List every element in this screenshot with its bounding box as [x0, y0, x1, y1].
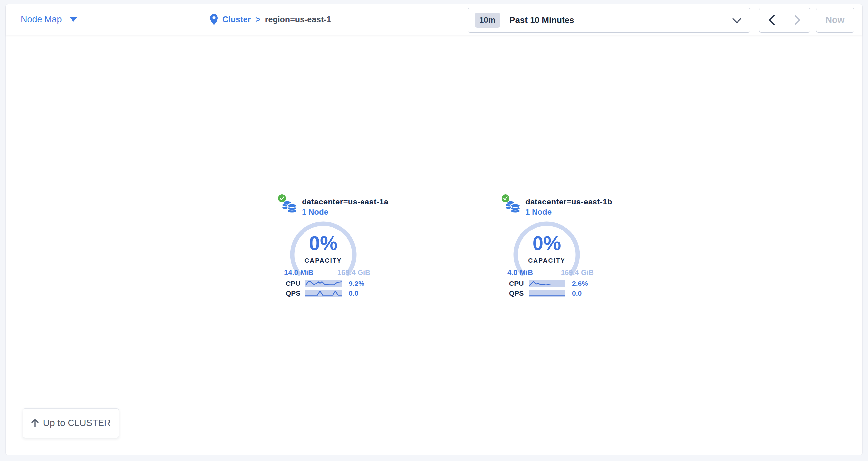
qps-sparkline: [305, 290, 342, 297]
cpu-label: CPU: [286, 279, 305, 288]
capacity-total: 169.4 GiB: [337, 268, 370, 277]
datacenter-node-count: 1 Node: [302, 207, 328, 217]
capacity-gauge-arc: [513, 221, 581, 289]
cpu-value: 2.6%: [572, 279, 588, 288]
datacenter-us-east-1a[interactable]: datacenter=us-east-1a 1 Node 0% CAPACITY…: [277, 193, 376, 305]
qps-value: 0.0: [572, 290, 582, 297]
time-window-dropdown[interactable]: 10m Past 10 Minutes: [468, 7, 750, 33]
cpu-label: CPU: [509, 279, 529, 288]
capacity-gauge-arc: [289, 221, 357, 289]
time-nav-button-group: [759, 7, 810, 33]
qps-label: QPS: [286, 290, 305, 297]
breadcrumb-current: region=us-east-1: [265, 15, 331, 24]
now-button[interactable]: Now: [816, 7, 854, 33]
arrow-up-icon: [31, 419, 39, 427]
breadcrumb: Cluster > region=us-east-1: [210, 4, 331, 35]
capacity-percentage: 0%: [513, 233, 581, 253]
chevron-left-icon: [769, 15, 775, 25]
time-window-badge: 10m: [474, 12, 500, 28]
capacity-used: 4.0 MiB: [507, 268, 533, 277]
status-ok-icon: [501, 194, 510, 203]
time-prev-button[interactable]: [759, 8, 785, 32]
up-to-cluster-button[interactable]: Up to CLUSTER: [23, 408, 119, 438]
cpu-value: 9.2%: [349, 279, 365, 288]
cpu-sparkline: [529, 280, 565, 287]
capacity-percentage: 0%: [289, 233, 357, 253]
status-ok-icon: [277, 194, 287, 203]
time-window-label: Past 10 Minutes: [509, 15, 575, 25]
capacity-label: CAPACITY: [289, 257, 357, 264]
capacity-label: CAPACITY: [513, 257, 581, 264]
view-mode-label: Node Map: [21, 14, 62, 25]
location-pin-icon: [210, 14, 218, 25]
header-divider: [457, 10, 457, 29]
breadcrumb-cluster-link[interactable]: Cluster: [222, 15, 251, 24]
qps-metric-row: QPS 0.0: [509, 290, 582, 297]
qps-metric-row: QPS 0.0: [286, 290, 358, 297]
up-to-cluster-label: Up to CLUSTER: [43, 418, 111, 428]
datacenter-title: datacenter=us-east-1a: [302, 197, 389, 206]
chevron-right-icon: [795, 15, 801, 25]
capacity-total: 169.4 GiB: [561, 268, 594, 277]
header-bar: Node Map Cluster > region=us-east-1 10m …: [6, 4, 862, 35]
qps-label: QPS: [509, 290, 529, 297]
now-button-label: Now: [826, 15, 845, 25]
capacity-values-row: 14.0 MiB 169.4 GiB: [284, 268, 370, 277]
capacity-values-row: 4.0 MiB 169.4 GiB: [507, 268, 594, 277]
node-map-panel: Node Map Cluster > region=us-east-1 10m …: [5, 4, 863, 455]
datacenter-title: datacenter=us-east-1b: [525, 197, 612, 206]
breadcrumb-separator: >: [255, 15, 260, 24]
caret-down-icon: [70, 18, 77, 22]
datacenter-us-east-1b[interactable]: datacenter=us-east-1b 1 Node 0% CAPACITY…: [501, 193, 599, 305]
capacity-used: 14.0 MiB: [284, 268, 313, 277]
qps-sparkline: [529, 290, 565, 297]
time-next-button[interactable]: [785, 8, 810, 32]
chevron-down-icon: [732, 18, 741, 25]
cpu-sparkline: [305, 280, 342, 287]
qps-value: 0.0: [349, 290, 358, 297]
view-mode-selector[interactable]: Node Map: [21, 4, 77, 35]
datacenter-node-count: 1 Node: [525, 207, 552, 217]
cpu-metric-row: CPU 9.2%: [286, 279, 365, 288]
cpu-metric-row: CPU 2.6%: [509, 279, 588, 288]
